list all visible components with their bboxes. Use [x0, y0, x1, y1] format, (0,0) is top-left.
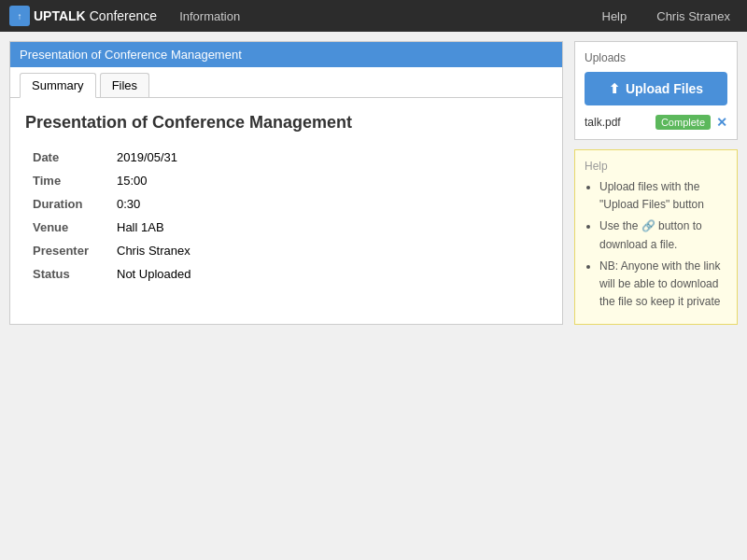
help-tips-list: Upload files with the "Upload Files" but… — [585, 178, 727, 311]
tabs: Summary Files — [10, 67, 562, 98]
table-row: Date 2019/05/31 — [25, 146, 547, 169]
page-container: Presentation of Conference Management Su… — [0, 32, 747, 334]
presentation-title: Presentation of Conference Management — [25, 113, 547, 133]
upload-icon: ⬆ — [609, 81, 620, 96]
table-row: Venue Hall 1AB — [25, 216, 547, 239]
brand-name: UPTALK — [34, 8, 86, 23]
help-title: Help — [585, 160, 727, 173]
panel-body: Presentation of Conference Management Da… — [10, 98, 562, 301]
app-name: Conference — [90, 8, 157, 23]
brand-icon: ↑ — [9, 6, 30, 26]
field-value-date: 2019/05/31 — [109, 146, 547, 169]
field-value-status: Not Uploaded — [109, 262, 547, 286]
table-row: Duration 0:30 — [25, 192, 547, 216]
main-panel-header: Presentation of Conference Management — [10, 42, 562, 67]
field-value-duration: 0:30 — [109, 192, 547, 216]
uploads-title: Uploads — [585, 51, 727, 64]
field-label-presenter: Presenter — [25, 239, 109, 262]
file-name: talk.pdf — [585, 116, 650, 129]
main-panel: Presentation of Conference Management Su… — [9, 41, 563, 325]
table-row: Status Not Uploaded — [25, 262, 547, 286]
help-box: Help Upload files with the "Upload Files… — [574, 149, 738, 325]
detail-table: Date 2019/05/31 Time 15:00 Duration 0:30… — [25, 146, 547, 286]
table-row: Time 15:00 — [25, 169, 547, 192]
tab-files[interactable]: Files — [100, 73, 149, 97]
user-menu[interactable]: Chris Stranex — [649, 9, 738, 23]
file-row: talk.pdf Complete ✕ — [585, 115, 727, 130]
field-label-status: Status — [25, 262, 109, 286]
upload-files-button[interactable]: ⬆ Upload Files — [585, 72, 727, 105]
nav-information-link[interactable]: Information — [172, 9, 247, 23]
file-status-badge: Complete — [655, 115, 711, 130]
list-item: Use the 🔗 button to download a file. — [599, 217, 727, 253]
uploads-box: Uploads ⬆ Upload Files talk.pdf Complete… — [574, 41, 738, 140]
navbar: ↑ UPTALK Conference Information Help Chr… — [0, 0, 747, 32]
list-item: NB: Anyone with the link will be able to… — [599, 258, 727, 312]
brand: ↑ UPTALK Conference — [9, 6, 157, 26]
field-value-venue: Hall 1AB — [109, 216, 547, 239]
help-link[interactable]: Help — [595, 9, 635, 23]
field-label-duration: Duration — [25, 192, 109, 216]
right-panel: Uploads ⬆ Upload Files talk.pdf Complete… — [574, 41, 738, 325]
list-item: Upload files with the "Upload Files" but… — [599, 178, 727, 214]
navbar-right: Help Chris Stranex — [595, 9, 739, 23]
field-label-time: Time — [25, 169, 109, 192]
field-label-date: Date — [25, 146, 109, 169]
file-remove-button[interactable]: ✕ — [716, 115, 727, 130]
tab-summary[interactable]: Summary — [20, 73, 96, 98]
upload-button-label: Upload Files — [626, 81, 703, 96]
field-label-venue: Venue — [25, 216, 109, 239]
field-value-time: 15:00 — [109, 169, 547, 192]
field-value-presenter: Chris Stranex — [109, 239, 547, 262]
table-row: Presenter Chris Stranex — [25, 239, 547, 262]
